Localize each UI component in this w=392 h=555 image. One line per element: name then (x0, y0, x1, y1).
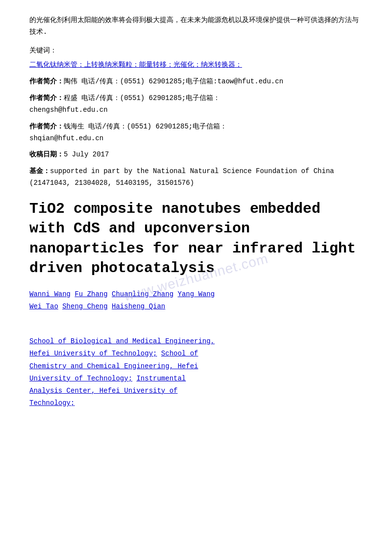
author-info-1: 作者简介：陶伟 电话/传真：(0551) 62901285;电子信箱:taow@… (29, 76, 363, 88)
affiliations: School of Biological and Medical Enginee… (29, 335, 363, 409)
article-author-4[interactable]: Yang Wang (177, 290, 215, 298)
keyword-5[interactable]: 纳米转换器； (201, 61, 242, 69)
keyword-1[interactable]: 二氧化钛纳米管； (29, 61, 84, 69)
funding: 基金：supported in part by the National Nat… (29, 166, 363, 189)
keywords-links: 二氧化钛纳米管；上转换纳米颗粒；能量转移；光催化；纳米转换器； (29, 60, 363, 69)
article-author-2[interactable]: Fu Zhang (74, 290, 107, 298)
author-info-3: 作者简介：钱海生 电话/传真：(0551) 62901285;电子信箱：shqi… (29, 121, 363, 145)
article-author-1[interactable]: Wanni Wang (29, 290, 71, 298)
opening-text: 的光催化剂利用太阳能的效率将会得到极大提高，在未来为能源危机以及环境保护提供一种… (29, 16, 359, 36)
authors-list: Wanni Wang Fu Zhang Chuanling Zhang Yang… (29, 288, 363, 313)
article-author-6[interactable]: Sheng Cheng (62, 303, 107, 310)
article-title: TiO2 composite nanotubes embedded with C… (29, 199, 363, 278)
article-author-3[interactable]: Chuanling Zhang (112, 290, 173, 298)
received-date: 收稿日期：5 July 2017 (29, 149, 363, 161)
keywords-label: 关键词： (29, 45, 363, 57)
keyword-4[interactable]: 光催化； (173, 61, 201, 69)
keyword-2[interactable]: 上转换纳米颗粒； (84, 61, 139, 69)
keyword-3[interactable]: 能量转移； (139, 61, 173, 69)
article-author-7[interactable]: Haisheng Qian (112, 303, 165, 310)
article-author-5[interactable]: Wei Tao (29, 303, 58, 310)
author-info-2: 作者简介：程盛 电话/传真：(0551) 62901285;电子信箱：cheng… (29, 93, 363, 116)
divider (29, 321, 363, 328)
opening-paragraph: 的光催化剂利用太阳能的效率将会得到极大提高，在未来为能源危机以及环境保护提供一种… (29, 15, 363, 38)
